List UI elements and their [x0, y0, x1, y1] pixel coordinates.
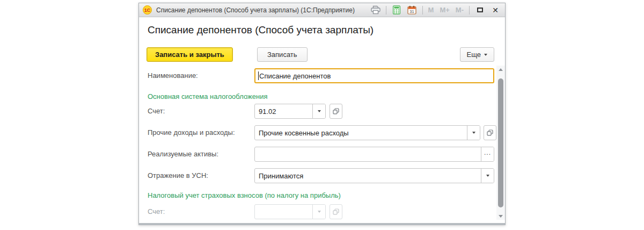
- chevron-down-icon: [486, 175, 489, 177]
- other-income-field[interactable]: Прочие косвенные расходы: [254, 125, 480, 140]
- open-form-icon: [487, 130, 493, 136]
- open-form-icon: [333, 209, 339, 215]
- chevron-down-icon: [484, 54, 487, 56]
- tax-account-field: [254, 204, 326, 219]
- tax-account-value: [255, 205, 312, 219]
- chevron-down-icon: [472, 132, 475, 134]
- memory-button[interactable]: M: [427, 4, 436, 16]
- maximize-icon: [477, 8, 483, 12]
- arrow-down-icon: [499, 215, 503, 218]
- separator: [469, 6, 470, 15]
- close-icon: ✕: [492, 6, 499, 14]
- form-body: Списание депонентов (Способ учета зарпла…: [139, 17, 505, 223]
- more-button-label: Еще: [467, 51, 481, 59]
- chevron-down-icon: [318, 110, 321, 112]
- account-label: Счет:: [148, 107, 165, 115]
- name-label: Наименование:: [148, 71, 198, 80]
- scroll-down-button[interactable]: [496, 212, 505, 220]
- vertical-scrollbar[interactable]: [496, 66, 505, 220]
- page-title: Списание депонентов (Способ учета зарпла…: [148, 24, 374, 36]
- memory-plus-button[interactable]: M+: [438, 4, 451, 16]
- assets-field[interactable]: ...: [254, 147, 494, 162]
- more-button[interactable]: Еще: [460, 47, 494, 62]
- account-dropdown-button[interactable]: [312, 104, 325, 118]
- section-main-tax-system: Основная система налогообложения: [148, 92, 267, 100]
- window-title: Списание депонентов (Способ учета зарпла…: [156, 6, 369, 14]
- calculator-button[interactable]: [390, 4, 403, 16]
- 1c-logo-icon: 1С: [143, 5, 152, 15]
- other-income-value[interactable]: Прочие косвенные расходы: [255, 126, 467, 140]
- arrow-up-icon: [499, 68, 503, 71]
- save-and-close-button[interactable]: Записать и закрыть: [147, 47, 233, 62]
- svg-text:31: 31: [409, 9, 414, 14]
- text-caret: [258, 71, 259, 80]
- account-value[interactable]: 91.02: [255, 104, 312, 118]
- usn-value[interactable]: Принимаются: [255, 169, 481, 183]
- assets-label: Реализуемые активы:: [148, 150, 218, 158]
- tax-account-dropdown-button: [312, 205, 325, 219]
- other-income-dropdown-button[interactable]: [467, 126, 480, 140]
- usn-label: Отражение в УСН:: [148, 171, 208, 179]
- tax-account-open-button: [330, 204, 342, 219]
- other-income-open-button[interactable]: [484, 125, 496, 140]
- tax-account-label: Счет:: [148, 207, 165, 215]
- calendar-icon: 31: [407, 5, 416, 15]
- calendar-button[interactable]: 31: [406, 4, 419, 16]
- titlebar-buttons: 31 M M+ M- ✕: [369, 4, 502, 16]
- other-income-label: Прочие доходы и расходы:: [148, 128, 235, 136]
- separator: [422, 6, 423, 15]
- save-button[interactable]: Записать: [257, 47, 308, 62]
- app-window: 1С Списание депонентов (Способ учета зар…: [138, 3, 506, 225]
- titlebar[interactable]: 1С Списание депонентов (Способ учета зар…: [139, 3, 505, 17]
- chevron-down-icon: [318, 211, 321, 213]
- name-value: Списание депонентов: [259, 72, 331, 80]
- usn-field[interactable]: Принимаются: [254, 168, 494, 183]
- printer-icon: [370, 5, 381, 15]
- name-input[interactable]: Списание депонентов: [254, 68, 494, 83]
- screen: 1С Списание депонентов (Способ учета зар…: [0, 0, 644, 230]
- separator: [386, 6, 386, 15]
- maximize-button[interactable]: [473, 4, 486, 16]
- open-form-icon: [333, 108, 339, 114]
- assets-value[interactable]: [255, 147, 481, 161]
- scroll-up-button[interactable]: [496, 66, 505, 73]
- print-button[interactable]: [369, 4, 382, 16]
- calculator-icon: [392, 5, 401, 15]
- memory-minus-button[interactable]: M-: [454, 4, 465, 16]
- account-open-button[interactable]: [330, 104, 342, 119]
- assets-ellipsis-button[interactable]: ...: [481, 147, 494, 161]
- usn-dropdown-button[interactable]: [481, 169, 494, 183]
- account-field[interactable]: 91.02: [254, 104, 326, 119]
- close-button[interactable]: ✕: [489, 4, 502, 16]
- section-insurance-tax: Налоговый учет страховых взносов (по нал…: [148, 191, 341, 199]
- ellipsis-icon: ...: [484, 149, 491, 159]
- scrollbar-thumb[interactable]: [498, 78, 503, 207]
